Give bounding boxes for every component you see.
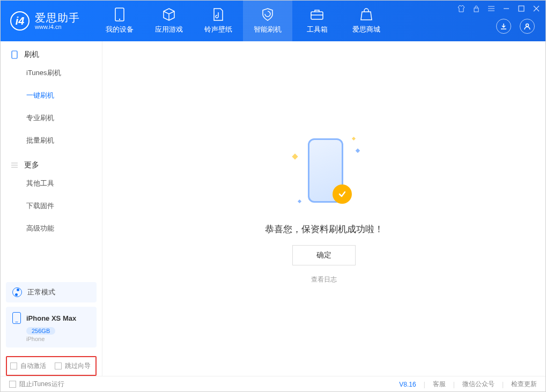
ok-button[interactable]: 确定 [292, 245, 356, 265]
sidebar-item-onekey-flash[interactable]: 一键刷机 [1, 84, 102, 107]
storage-badge: 256GB [26, 327, 55, 335]
sparkle-icon [292, 153, 298, 159]
nav-label: 我的设备 [106, 25, 134, 34]
divider: | [502, 381, 504, 388]
maximize-button[interactable] [517, 4, 526, 13]
checkmark-icon [333, 184, 352, 204]
nav-label: 铃声壁纸 [204, 25, 232, 34]
device-panel[interactable]: iPhone XS Max 256GB iPhone [6, 307, 97, 347]
lock-icon[interactable] [471, 4, 481, 13]
checkbox-label: 阻止iTunes运行 [19, 380, 64, 389]
sidebar-item-download-firmware[interactable]: 下载固件 [1, 195, 102, 217]
download-icon[interactable] [496, 19, 511, 34]
nav-label: 应用游戏 [155, 25, 183, 34]
mode-icon [12, 287, 22, 297]
footer-link-service[interactable]: 客服 [433, 380, 446, 389]
mode-label: 正常模式 [27, 287, 55, 297]
app-title: 爱思助手 [35, 12, 80, 24]
phone-icon [113, 8, 127, 21]
cube-icon [162, 8, 176, 21]
footer-link-wechat[interactable]: 微信公众号 [462, 380, 495, 389]
checkbox-label: 跳过向导 [65, 361, 91, 371]
checkbox-icon [10, 363, 17, 369]
list-icon [10, 161, 19, 169]
options-highlighted-row: 自动激活 跳过向导 [6, 356, 97, 376]
divider: | [453, 381, 455, 388]
sparkle-icon [298, 199, 301, 203]
checkbox-icon [9, 381, 16, 388]
sidebar-section-more: 更多 [1, 152, 102, 172]
footer-link-update[interactable]: 检查更新 [511, 380, 537, 389]
menu-icon[interactable] [486, 4, 496, 13]
svg-point-5 [526, 24, 529, 27]
header-action-icons [496, 19, 535, 34]
status-bar: 阻止iTunes运行 V8.16 | 客服 | 微信公众号 | 检查更新 [1, 376, 545, 392]
music-file-icon [211, 8, 225, 21]
sidebar-item-itunes-flash[interactable]: iTunes刷机 [1, 62, 102, 84]
svg-rect-6 [12, 51, 17, 58]
nav-tab-toolbox[interactable]: 工具箱 [292, 1, 342, 41]
section-title: 更多 [24, 160, 39, 170]
shield-icon [261, 8, 275, 21]
minimize-button[interactable] [501, 4, 511, 13]
sidebar-item-advanced[interactable]: 高级功能 [1, 217, 102, 240]
section-title: 刷机 [24, 50, 39, 60]
view-log-link[interactable]: 查看日志 [311, 275, 337, 284]
sidebar-item-batch-flash[interactable]: 批量刷机 [1, 129, 102, 152]
device-icon [10, 50, 19, 59]
version-label: V8.16 [399, 381, 416, 388]
sparkle-icon [356, 149, 360, 153]
checkbox-block-itunes[interactable]: 阻止iTunes运行 [9, 380, 64, 389]
sparkle-icon [352, 137, 356, 140]
nav-label: 工具箱 [307, 25, 328, 34]
success-illustration [281, 133, 367, 213]
app-header: i4 爱思助手 www.i4.cn 我的设备 应用游戏 铃声壁纸 智能刷机 工具… [1, 1, 545, 41]
checkbox-skip-wizard[interactable]: 跳过向导 [55, 361, 91, 371]
nav-label: 智能刷机 [254, 25, 282, 34]
device-name: iPhone XS Max [26, 314, 76, 322]
nav-label: 爱思商城 [352, 25, 380, 34]
nav-tab-device[interactable]: 我的设备 [95, 1, 144, 41]
mode-indicator[interactable]: 正常模式 [6, 282, 97, 302]
logo-icon: i4 [10, 11, 29, 31]
checkbox-icon [55, 363, 62, 369]
window-controls [456, 4, 541, 13]
user-icon[interactable] [520, 19, 535, 34]
sidebar: 刷机 iTunes刷机 一键刷机 专业刷机 批量刷机 更多 其他工具 下载固件 … [1, 41, 102, 376]
svg-point-1 [119, 19, 120, 20]
phone-icon [12, 312, 21, 324]
divider: | [424, 381, 425, 388]
sidebar-item-other-tools[interactable]: 其他工具 [1, 172, 102, 195]
shirt-icon[interactable] [456, 4, 466, 13]
bag-icon [359, 8, 373, 21]
app-subtitle: www.i4.cn [35, 24, 80, 30]
device-subtype: iPhone [26, 336, 90, 342]
success-message: 恭喜您，保资料刷机成功啦！ [265, 223, 383, 235]
checkbox-label: 自动激活 [20, 361, 46, 371]
sidebar-item-pro-flash[interactable]: 专业刷机 [1, 107, 102, 129]
nav-tab-store[interactable]: 爱思商城 [342, 1, 391, 41]
logo-area: i4 爱思助手 www.i4.cn [1, 11, 90, 31]
checkbox-auto-activate[interactable]: 自动激活 [10, 361, 46, 371]
svg-rect-4 [519, 6, 524, 11]
nav-tab-flash[interactable]: 智能刷机 [243, 1, 292, 41]
toolbox-icon [310, 8, 324, 21]
nav-tabs: 我的设备 应用游戏 铃声壁纸 智能刷机 工具箱 爱思商城 [95, 1, 391, 41]
sidebar-section-flash: 刷机 [1, 41, 102, 62]
svg-rect-3 [474, 8, 478, 12]
close-button[interactable] [532, 4, 541, 13]
nav-tab-apps[interactable]: 应用游戏 [144, 1, 194, 41]
nav-tab-wallpaper[interactable]: 铃声壁纸 [194, 1, 243, 41]
main-content: 恭喜您，保资料刷机成功啦！ 确定 查看日志 [102, 41, 545, 376]
svg-rect-2 [311, 12, 323, 19]
